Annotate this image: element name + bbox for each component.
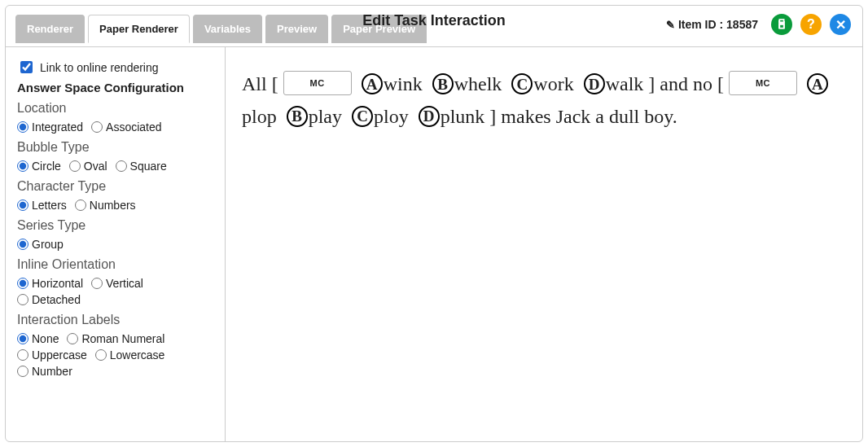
preview-text-mid: ] and no [	[648, 73, 724, 94]
location-associated[interactable]: Associated	[91, 121, 161, 134]
choice1-b-word: whelk	[454, 73, 502, 94]
header: Renderer Paper Renderer Variables Previe…	[6, 6, 862, 46]
tab-variables[interactable]: Variables	[193, 15, 262, 43]
item-id-label: ✎ Item ID : 18587	[666, 18, 758, 31]
edit-task-window: Renderer Paper Renderer Variables Previe…	[5, 5, 863, 442]
mc-button-2[interactable]: MC	[729, 71, 797, 95]
inline-orientation-options: Horizontal Vertical Detached	[17, 277, 213, 306]
svg-rect-0	[779, 20, 783, 22]
location-options: Integrated Associated	[17, 121, 213, 134]
item-id-text: Item ID : 18587	[678, 18, 758, 31]
choice1-d-bubble: D	[584, 73, 605, 94]
interaction-labels-options: None Roman Numeral Uppercase Lowercase N…	[17, 332, 213, 378]
mc-button-1[interactable]: MC	[283, 71, 352, 95]
bubble-oval[interactable]: Oval	[69, 160, 107, 173]
interaction-labels-heading: Interaction Labels	[17, 313, 213, 327]
svg-rect-1	[779, 24, 783, 28]
preview-pane: All [ MC Awink Bwhelk Cwork Dwalk ] and …	[226, 47, 862, 441]
bubble-circle[interactable]: Circle	[17, 160, 61, 173]
tab-preview[interactable]: Preview	[265, 15, 328, 43]
preview-text-suffix: ] makes Jack a dull boy.	[489, 106, 677, 127]
bubble-type-heading: Bubble Type	[17, 140, 213, 155]
close-icon: ✕	[835, 17, 846, 33]
orient-horizontal[interactable]: Horizontal	[17, 277, 83, 290]
choice2-a-bubble: A	[807, 73, 828, 94]
orient-detached[interactable]: Detached	[17, 293, 81, 306]
header-actions: ✎ Item ID : 18587 ? ✕	[666, 14, 851, 35]
ilabel-lower[interactable]: Lowercase	[95, 348, 165, 362]
config-title: Answer Space Configuration	[17, 81, 213, 94]
choice2-c-bubble: C	[352, 106, 373, 127]
bubble-square[interactable]: Square	[116, 160, 167, 173]
ilabel-none[interactable]: None	[17, 332, 59, 345]
character-type-options: Letters Numbers	[17, 199, 213, 212]
help-icon: ?	[807, 17, 815, 32]
tab-bar: Renderer Paper Renderer Variables Previe…	[6, 6, 427, 42]
choice2-d-word: plunk	[441, 106, 485, 127]
bubble-type-options: Circle Oval Square	[17, 160, 213, 173]
sidebar: Link to online rendering Answer Space Co…	[6, 47, 226, 441]
tab-renderer[interactable]: Renderer	[15, 15, 85, 43]
choice2-d-bubble: D	[419, 106, 440, 127]
ilabel-roman[interactable]: Roman Numeral	[67, 332, 164, 345]
save-icon	[775, 18, 788, 31]
save-button[interactable]	[771, 14, 792, 35]
tab-paper-preview[interactable]: Paper Preview	[331, 15, 427, 43]
char-letters[interactable]: Letters	[17, 199, 67, 212]
choice2-a-word: plop	[242, 106, 277, 127]
series-group[interactable]: Group	[17, 238, 64, 251]
link-online-checkbox[interactable]	[20, 61, 33, 73]
location-heading: Location	[17, 101, 213, 116]
link-online-label: Link to online rendering	[40, 61, 159, 74]
preview-text-prefix: All [	[242, 73, 278, 94]
tab-paper-renderer[interactable]: Paper Renderer	[88, 15, 190, 43]
close-button[interactable]: ✕	[830, 14, 851, 35]
choice2-c-word: ploy	[374, 106, 409, 127]
choice1-a-word: wink	[384, 73, 423, 94]
series-type-options: Group	[17, 238, 213, 251]
char-numbers[interactable]: Numbers	[75, 199, 136, 212]
ilabel-upper[interactable]: Uppercase	[17, 348, 87, 362]
choice1-b-bubble: B	[432, 73, 454, 94]
help-button[interactable]: ?	[800, 14, 822, 35]
inline-orientation-heading: Inline Orientation	[17, 257, 213, 272]
series-type-heading: Series Type	[17, 218, 213, 233]
choice1-a-bubble: A	[362, 73, 383, 94]
orient-vertical[interactable]: Vertical	[91, 277, 143, 290]
choice1-c-word: work	[533, 73, 573, 94]
choice2-b-bubble: B	[287, 106, 308, 127]
choice1-c-bubble: C	[511, 73, 533, 94]
choice2-b-word: play	[309, 106, 342, 127]
location-integrated[interactable]: Integrated	[17, 121, 83, 134]
body: Link to online rendering Answer Space Co…	[6, 46, 862, 441]
choice1-d-word: walk	[606, 73, 644, 94]
character-type-heading: Character Type	[17, 179, 213, 194]
ilabel-number[interactable]: Number	[17, 365, 72, 378]
pencil-icon: ✎	[666, 19, 675, 31]
